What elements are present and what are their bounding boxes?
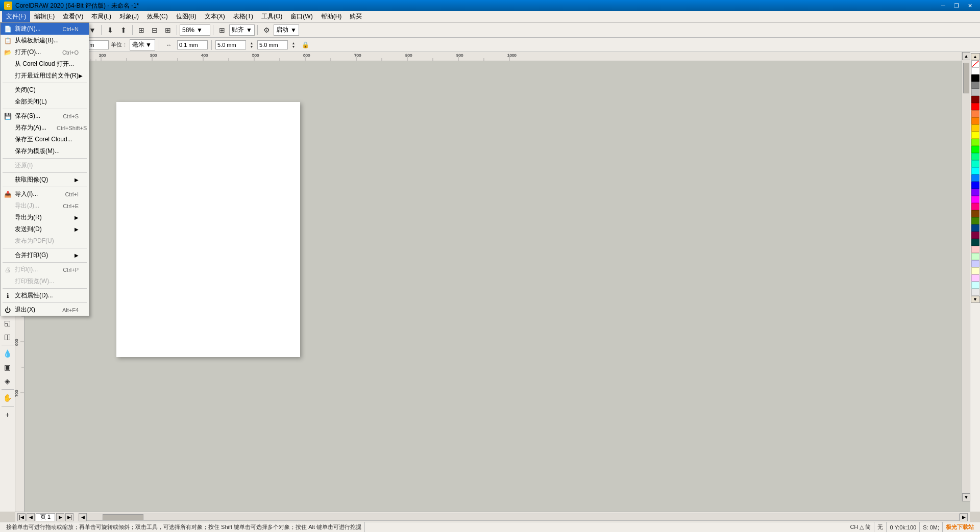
color-swatch-26[interactable] (971, 260, 979, 267)
width-spin-button[interactable]: ▲▼ (248, 39, 255, 51)
scroll-left-button[interactable]: ◀ (79, 513, 87, 521)
menu-item-open[interactable]: 📂 打开(O)... Ctrl+O (1, 46, 89, 58)
color-swatch-11[interactable] (971, 153, 979, 160)
import-button[interactable]: ⬇ (104, 24, 116, 36)
options-dropdown[interactable]: 启动 ▼ (274, 24, 299, 36)
palette-scroll-up[interactable]: ▲ (971, 53, 980, 60)
scroll-right-button[interactable]: ▶ (960, 513, 968, 521)
restore-button[interactable]: ❐ (950, 2, 963, 10)
menu-item-acquire[interactable]: 获取图像(Q) ▶ (1, 174, 89, 186)
unit-dropdown[interactable]: 毫米 ▼ (130, 39, 155, 50)
menu-item-open-cloud[interactable]: 从 Corel Cloud 打开... (1, 58, 89, 70)
distribute-button[interactable]: ⊟ (149, 24, 161, 36)
menu-item-new[interactable]: 📄 新建(N)... Ctrl+N (1, 23, 89, 35)
menu-tools[interactable]: 工具(O) (257, 11, 286, 22)
menu-table[interactable]: 表格(T) (229, 11, 257, 22)
color-eyedropper-tool[interactable]: 💧 (1, 347, 14, 360)
palette-scroll-down[interactable]: ▼ (971, 296, 980, 303)
menu-item-print-preview[interactable]: 打印预览(W)... (1, 275, 89, 287)
color-swatch-22[interactable] (971, 232, 979, 239)
menu-edit[interactable]: 编辑(E) (30, 11, 59, 22)
color-swatch-29[interactable] (971, 282, 979, 289)
close-button[interactable]: ✕ (964, 2, 976, 10)
color-swatch-1[interactable] (971, 82, 979, 89)
color-swatch-2[interactable] (971, 89, 979, 96)
align-button[interactable]: ⊞ (135, 24, 148, 36)
smart-fill-tool[interactable]: ◈ (1, 374, 14, 388)
scrollbar-thumb-horizontal[interactable] (103, 514, 143, 520)
menu-item-exit[interactable]: ⏻ 退出(X) Alt+F4 (1, 304, 89, 316)
color-swatch-24[interactable] (971, 246, 979, 253)
color-swatch-28[interactable] (971, 274, 979, 282)
group-button[interactable]: ⊞ (162, 24, 174, 36)
scrollbar-track-horizontal[interactable] (87, 514, 960, 521)
menu-item-export[interactable]: 导出(J)... Ctrl+E (1, 200, 89, 212)
export-button[interactable]: ⬆ (117, 24, 130, 36)
menu-item-import[interactable]: 📥 导入(I)... Ctrl+I (1, 188, 89, 200)
color-swatch-30[interactable] (971, 289, 979, 296)
color-swatch-13[interactable] (971, 167, 979, 174)
color-swatch-17[interactable] (971, 196, 979, 203)
pan-tool[interactable]: ✋ (1, 391, 14, 404)
page-last-button[interactable]: ▶| (65, 513, 74, 521)
color-swatch-4[interactable] (971, 103, 979, 110)
menu-window[interactable]: 窗口(W) (286, 11, 316, 22)
color-swatch-9[interactable] (971, 139, 979, 146)
menu-item-save-cloud[interactable]: 保存至 Corel Cloud... (1, 134, 89, 145)
color-swatch-12[interactable] (971, 160, 979, 167)
scroll-up-button[interactable]: ▲ (962, 52, 970, 60)
menu-layout[interactable]: 布局(L) (87, 11, 115, 22)
color-swatch-10[interactable] (971, 146, 979, 153)
minimize-button[interactable]: ─ (937, 2, 949, 10)
menu-item-export-as[interactable]: 导出为(R) ▶ (1, 212, 89, 223)
menu-item-new-from-template[interactable]: 📋 从模板新建(B)... (1, 35, 89, 46)
color-swatch-7[interactable] (971, 124, 979, 132)
menu-item-save-template[interactable]: 保存为模版(M)... (1, 145, 89, 157)
color-swatch-16[interactable] (971, 189, 979, 196)
menu-buy[interactable]: 购买 (346, 11, 366, 22)
vertical-scrollbar[interactable]: ▲ ▼ (962, 52, 970, 501)
color-swatch-19[interactable] (971, 210, 979, 217)
color-swatch-white[interactable] (971, 67, 979, 74)
color-swatch-6[interactable] (971, 117, 979, 124)
nudge-button[interactable]: ↔ (163, 39, 175, 51)
zoom-dropdown[interactable]: 58% ▼ (180, 24, 210, 36)
menu-text[interactable]: 文本(X) (201, 11, 229, 22)
menu-help[interactable]: 帮助(H) (317, 11, 346, 22)
page-prev-button[interactable]: ◀ (27, 513, 35, 521)
color-swatch-27[interactable] (971, 267, 979, 274)
page-1-tab[interactable]: 页 1 (36, 513, 55, 521)
menu-effects[interactable]: 效果(C) (143, 11, 172, 22)
color-swatch-15[interactable] (971, 182, 979, 189)
menu-item-send-to[interactable]: 发送到(D) ▶ (1, 223, 89, 235)
menu-object[interactable]: 对象(J) (115, 11, 143, 22)
width-input[interactable] (215, 40, 246, 49)
page-first-button[interactable]: |◀ (17, 513, 26, 521)
color-swatch-14[interactable] (971, 174, 979, 182)
menu-item-print[interactable]: 🖨 打印(I)... Ctrl+P (1, 264, 89, 275)
scrollbar-track-vertical[interactable] (962, 60, 970, 493)
lock-ratio-button[interactable]: 🔒 (299, 39, 311, 51)
menu-item-merge-print[interactable]: 合并打印(G) ▶ (1, 249, 89, 261)
color-swatch-18[interactable] (971, 203, 979, 210)
menu-item-save[interactable]: 💾 保存(S)... Ctrl+S (1, 110, 89, 122)
color-swatch-black[interactable] (971, 74, 979, 82)
menu-item-publish-pdf[interactable]: 发布为PDF(U) (1, 235, 89, 247)
menu-item-doc-properties[interactable]: ℹ 文档属性(D)... (1, 290, 89, 301)
transparency-tool[interactable]: ◫ (1, 330, 14, 343)
menu-item-recent[interactable]: 打开最近用过的文件(R) ▶ (1, 70, 89, 82)
menu-item-close-all[interactable]: 全部关闭(L) (1, 96, 89, 108)
menu-file[interactable]: 文件(F) (2, 11, 30, 22)
plus-tool[interactable]: + (1, 408, 14, 421)
fill-tool[interactable]: ▣ (1, 361, 14, 374)
menu-item-close[interactable]: 关闭(C) (1, 84, 89, 96)
extrude-tool[interactable]: ◱ (1, 316, 14, 330)
color-swatch-21[interactable] (971, 224, 979, 232)
color-swatch-3[interactable] (971, 96, 979, 103)
snap-button[interactable]: ⊞ (216, 24, 228, 36)
scroll-down-button[interactable]: ▼ (962, 493, 970, 501)
menu-bitmap[interactable]: 位图(B) (172, 11, 201, 22)
options-button[interactable]: ⚙ (260, 24, 273, 36)
snap-dropdown[interactable]: 贴齐 ▼ (229, 24, 255, 36)
color-swatch-8[interactable] (971, 132, 979, 139)
